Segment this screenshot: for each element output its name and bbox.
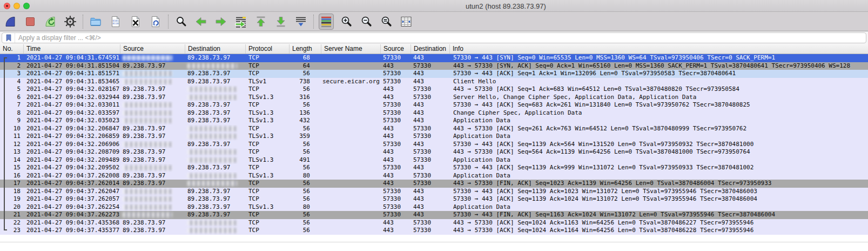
packet-row-12[interactable]: 122021-04-27 09:04:32.20690689.238.73.97… [0,141,868,149]
go-to-packet-button[interactable] [233,14,248,30]
packet-row-21[interactable]: 212021-04-27 09:04:37.26227389.238.73.97… [0,211,868,219]
start-capture-button[interactable] [3,14,18,30]
doc-reload-icon [149,15,162,28]
packet-row-23[interactable]: 232021-04-27 09:04:37.43537789.238.73.97… [0,227,868,235]
cell-time: 2021-04-27 09:04:32.206859 [24,133,120,141]
redacted-address [123,118,172,123]
cell-time: 2021-04-27 09:04:37.262047 [24,188,120,196]
cell-info: Change Cipher Spec, Application Data [450,109,868,117]
cell-no: 15 [0,164,24,172]
packet-row-15[interactable]: 152021-04-27 09:04:32.20950289.238.73.97… [0,164,868,172]
packet-row-4[interactable]: 42021-04-27 09:04:31.85346589.238.73.97T… [0,78,868,86]
zoom-original-button[interactable] [379,14,394,30]
column-header-len[interactable]: Length [290,44,321,54]
cell-info: 57330 → 443 [ACK] Seq=1139 Ack=999 Win=1… [450,164,868,172]
column-header-src[interactable]: Source [120,44,185,54]
filter-bookmark-button[interactable] [2,33,15,43]
redacted-address [123,196,172,202]
cell-len: 359 [290,133,321,141]
zoom-in-button[interactable] [339,14,354,30]
cell-len: 56 [290,125,321,133]
display-filter-input[interactable] [15,34,866,42]
packet-row-19[interactable]: 192021-04-27 09:04:37.26205789.238.73.97… [0,195,868,203]
toolbar-separator [313,15,314,29]
cell-sport: 57330 [381,164,411,172]
zoom-button[interactable] [23,3,30,9]
cell-src: 89.238.73.97 [120,227,185,235]
cell-time: 2021-04-27 09:04:32.209489 [24,156,120,164]
display-filter-field[interactable] [2,32,866,43]
close-file-button[interactable] [128,14,143,30]
resize-columns-button[interactable] [399,14,414,30]
packet-row-9[interactable]: 92021-04-27 09:04:32.03502389.238.73.97T… [0,117,868,125]
column-header-dport[interactable]: Destination [411,44,450,54]
wireshark-window: utun2 (host 89.238.73.97) 01010110 No.Ti… [0,0,868,251]
packet-row-16[interactable]: 162021-04-27 09:04:37.26200889.238.73.97… [0,172,868,180]
go-forward-button[interactable] [213,14,228,30]
column-header-no[interactable]: No. [0,44,24,54]
cell-info: 443 → 57330 [ACK] Seq=261 Ack=763 Win=64… [450,125,868,133]
packet-row-6[interactable]: 62021-04-27 09:04:32.03294489.238.73.97T… [0,94,868,102]
cell-sport: 443 [381,180,411,188]
find-packet-button[interactable] [173,14,189,30]
packet-row-2[interactable]: 22021-04-27 09:04:31.85150489.238.73.97T… [0,62,868,70]
packet-row-17[interactable]: 172021-04-27 09:04:37.26201489.238.73.97… [0,180,868,188]
cell-time: 2021-04-27 09:04:31.851571 [24,70,120,78]
packet-row-22[interactable]: 222021-04-27 09:04:37.43536889.238.73.97… [0,219,868,227]
cell-no: 8 [0,109,24,117]
cell-dst: 89.238.73.97 [185,117,246,125]
packet-row-3[interactable]: 32021-04-27 09:04:31.85157189.238.73.97T… [0,70,868,78]
cell-no: 19 [0,195,24,203]
redacted-address [123,165,172,170]
packet-row-7[interactable]: 72021-04-27 09:04:32.03301189.238.73.97T… [0,101,868,109]
packet-row-20[interactable]: 202021-04-27 09:04:37.26225489.238.73.97… [0,203,868,212]
go-last-packet-button[interactable] [273,14,288,30]
column-header-time[interactable]: Time [24,44,120,54]
redacted-address [187,87,237,92]
column-header-server[interactable]: Server Name [321,44,381,54]
cell-sport: 443 [381,133,411,141]
go-back-button[interactable] [193,14,208,30]
packet-row-13[interactable]: 132021-04-27 09:04:32.20870989.238.73.97… [0,148,868,156]
fin-green-icon [44,15,57,28]
cell-sport: 57330 [381,101,411,109]
colorize-button[interactable] [319,14,334,30]
cell-proto: TCP [246,188,290,196]
packet-row-5[interactable]: 52021-04-27 09:04:32.02816789.238.73.97T… [0,85,868,94]
cell-info: 443 → 57330 [SYN, ACK] Seq=0 Ack=1 Win=6… [450,62,868,70]
packet-row-1[interactable]: 12021-04-27 09:04:31.67459189.238.73.97T… [0,54,868,62]
column-header-sport[interactable]: Source [381,44,411,54]
pane-divider [0,242,868,242]
column-header-info[interactable]: Info [450,44,868,54]
zoom-out-button[interactable] [359,14,374,30]
open-file-button[interactable] [88,14,103,30]
restart-capture-button[interactable] [43,14,58,30]
cell-sport: 57330 [381,211,411,219]
cell-server [321,219,381,227]
cell-sport: 443 [381,156,411,164]
column-header-dst[interactable]: Destination [185,44,246,54]
capture-options-button[interactable] [63,14,78,30]
cell-dport: 57330 [411,219,450,227]
minimize-button[interactable] [14,3,20,9]
cell-dport: 57330 [411,227,450,235]
packet-row-14[interactable]: 142021-04-27 09:04:32.20948989.238.73.97… [0,156,868,164]
cell-info: Application Data [450,172,868,180]
go-first-packet-button[interactable] [253,14,268,30]
auto-scroll-button[interactable] [293,14,308,30]
column-header-proto[interactable]: Protocol [246,44,290,54]
packet-row-10[interactable]: 102021-04-27 09:04:32.20684789.238.73.97… [0,125,868,133]
cell-info: Application Data [450,133,868,141]
cell-sport: 443 [381,62,411,70]
stop-capture-button[interactable] [23,14,38,30]
packet-row-8[interactable]: 82021-04-27 09:04:32.03359789.238.73.97T… [0,109,868,117]
save-file-button[interactable]: 01010110 [108,14,123,30]
titlebar[interactable]: utun2 (host 89.238.73.97) [0,0,868,12]
cell-src [120,211,185,219]
cell-info: Application Data [450,203,868,212]
reload-file-button[interactable] [148,14,163,30]
cell-dport: 443 [411,101,450,109]
close-button[interactable] [4,3,10,9]
packet-row-11[interactable]: 112021-04-27 09:04:32.20685989.238.73.97… [0,133,868,141]
packet-row-18[interactable]: 182021-04-27 09:04:37.26204789.238.73.97… [0,188,868,196]
